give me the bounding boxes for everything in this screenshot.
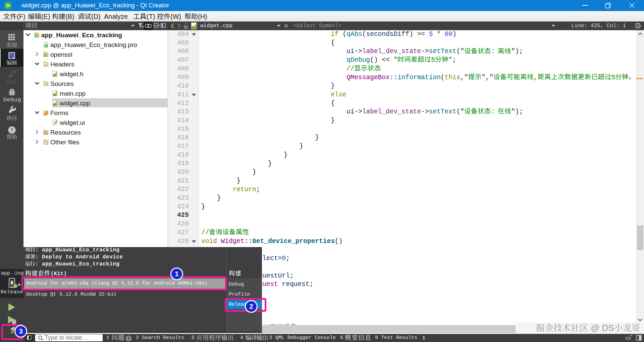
svg-text:Qt: Qt xyxy=(44,54,46,57)
svg-text:h: h xyxy=(44,63,46,67)
svg-text:?: ? xyxy=(11,127,13,133)
svg-text:Qt: Qt xyxy=(35,35,37,37)
svg-text:C+: C+ xyxy=(44,83,47,86)
svg-text:Qt: Qt xyxy=(45,45,47,47)
